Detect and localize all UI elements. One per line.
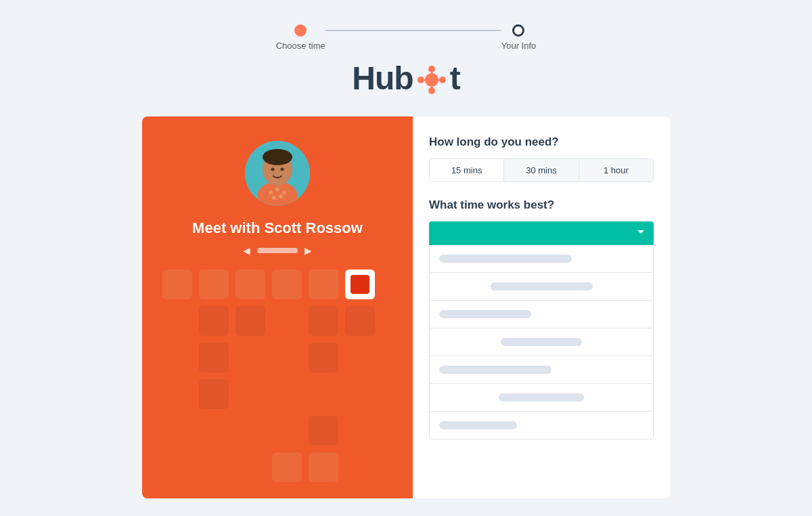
step2-circle — [512, 24, 524, 37]
svg-point-19 — [281, 168, 284, 171]
duration-15min[interactable]: 15 mins — [430, 159, 504, 181]
question-duration: How long do you need? — [429, 135, 654, 149]
svg-point-2 — [428, 87, 435, 94]
time-slot-header-label — [438, 228, 441, 238]
logo-text-hub: Hub — [352, 60, 413, 97]
month-bar — [257, 248, 298, 253]
time-slot-2[interactable] — [429, 273, 654, 301]
duration-1hour[interactable]: 1 hour — [579, 159, 653, 181]
cal-day[interactable] — [345, 306, 375, 336]
skeleton-1 — [439, 255, 572, 263]
svg-point-11 — [269, 190, 273, 194]
svg-point-1 — [428, 66, 435, 72]
time-slot-6[interactable] — [429, 384, 654, 412]
time-slot-3[interactable] — [429, 301, 654, 328]
question-time: What time works best? — [429, 198, 654, 212]
time-slot-5[interactable] — [429, 356, 654, 384]
step1-label: Choose time — [276, 41, 325, 51]
cal-day[interactable] — [309, 452, 338, 482]
month-nav[interactable]: ◀ ▶ — [243, 245, 312, 256]
svg-point-3 — [418, 77, 424, 83]
calendar-grid — [156, 270, 399, 482]
svg-point-12 — [275, 188, 279, 192]
svg-point-15 — [279, 194, 283, 198]
svg-point-18 — [271, 168, 275, 171]
progress-stepper: Choose time Your Info — [0, 0, 812, 51]
step-choose-time: Choose time — [276, 24, 325, 51]
main-content: Meet with Scott Rossow ◀ ▶ — [0, 116, 812, 498]
left-card: Meet with Scott Rossow ◀ ▶ — [142, 116, 413, 498]
prev-month-arrow[interactable]: ◀ — [243, 245, 250, 256]
cal-day[interactable] — [309, 343, 338, 372]
cal-day[interactable] — [199, 270, 229, 299]
svg-point-17 — [263, 149, 292, 165]
logo-icon — [413, 59, 450, 98]
skeleton-6 — [499, 393, 585, 402]
cal-day[interactable] — [199, 306, 229, 336]
skeleton-4 — [501, 338, 583, 346]
cal-day[interactable] — [309, 306, 338, 336]
hubspot-logo: Hub t — [352, 59, 459, 98]
duration-30min[interactable]: 30 mins — [504, 159, 579, 181]
step1-circle — [294, 24, 307, 37]
logo-area: Hub t — [0, 59, 812, 98]
time-slot-4[interactable] — [429, 328, 654, 356]
cal-day[interactable] — [162, 270, 192, 299]
logo-text-t: t — [450, 60, 460, 97]
time-slot-7[interactable] — [429, 412, 654, 439]
step-connector — [325, 30, 501, 31]
cal-day[interactable] — [199, 379, 229, 409]
svg-point-13 — [282, 190, 286, 194]
cal-day[interactable] — [272, 452, 302, 482]
cal-day-selected[interactable] — [345, 270, 375, 299]
skeleton-2 — [491, 282, 593, 291]
next-month-arrow[interactable]: ▶ — [304, 245, 312, 256]
step2-label: Your Info — [501, 41, 537, 51]
step-your-info: Your Info — [501, 24, 537, 51]
cal-day[interactable] — [235, 306, 265, 336]
cal-day[interactable] — [309, 270, 338, 299]
cal-day[interactable] — [235, 270, 265, 299]
duration-selector[interactable]: 15 mins 30 mins 1 hour — [429, 158, 654, 182]
cal-day[interactable] — [199, 343, 229, 372]
meet-title: Meet with Scott Rossow — [192, 219, 363, 237]
cal-day[interactable] — [309, 416, 338, 446]
skeleton-5 — [439, 366, 551, 374]
skeleton-7 — [439, 421, 517, 429]
cal-day[interactable] — [272, 270, 302, 299]
avatar — [245, 141, 310, 206]
svg-point-14 — [272, 196, 276, 200]
right-panel: How long do you need? 15 mins 30 mins 1 … — [413, 116, 670, 498]
avatar-container — [245, 141, 310, 206]
time-slot-1[interactable] — [429, 245, 654, 273]
svg-point-4 — [439, 77, 446, 83]
time-slot-header[interactable] — [429, 221, 654, 245]
skeleton-3 — [439, 310, 531, 318]
